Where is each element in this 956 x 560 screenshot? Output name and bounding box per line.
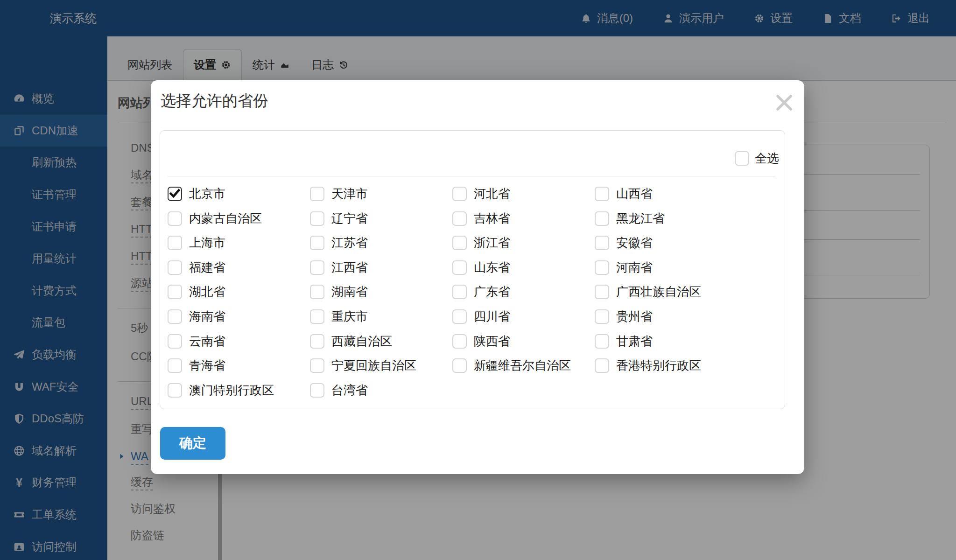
province-option[interactable]: 吉林省	[452, 211, 510, 226]
province-option[interactable]: 海南省	[168, 309, 225, 324]
close-icon	[773, 92, 795, 113]
province-label: 山东省	[474, 260, 510, 275]
province-checkbox[interactable]	[452, 260, 467, 275]
province-option[interactable]: 山西省	[595, 187, 653, 201]
province-label: 陕西省	[474, 334, 510, 349]
province-option[interactable]: 云南省	[168, 334, 225, 349]
province-label: 江苏省	[331, 236, 368, 250]
province-option[interactable]: 内蒙古自治区	[168, 211, 262, 226]
province-option[interactable]: 西藏自治区	[310, 334, 392, 349]
province-option[interactable]: 天津市	[310, 187, 368, 201]
screen: 演示系统 消息(0) 演示用户 设置 文档 退出 概览 CDN加速 刷新预热 证…	[0, 0, 956, 560]
province-checkbox[interactable]	[452, 211, 467, 226]
province-label: 浙江省	[474, 236, 510, 250]
province-checkbox[interactable]	[168, 383, 182, 398]
province-checkbox[interactable]	[168, 260, 182, 275]
province-option[interactable]: 安徽省	[595, 236, 653, 250]
province-option[interactable]: 福建省	[168, 260, 225, 275]
province-checkbox[interactable]	[310, 285, 324, 299]
province-checkbox[interactable]	[595, 236, 609, 250]
province-label: 青海省	[189, 358, 225, 373]
province-label: 黑龙江省	[616, 211, 665, 226]
panel-divider	[168, 176, 775, 176]
province-label: 湖北省	[189, 285, 225, 299]
province-checkbox[interactable]	[310, 187, 324, 201]
province-checkbox[interactable]	[310, 334, 324, 349]
province-checkbox[interactable]	[595, 211, 609, 226]
province-checkbox[interactable]	[168, 309, 182, 324]
province-checkbox[interactable]	[452, 334, 467, 349]
close-button[interactable]	[773, 92, 795, 113]
province-option[interactable]: 江西省	[310, 260, 368, 275]
province-checkbox[interactable]	[595, 358, 609, 373]
province-option[interactable]: 浙江省	[452, 236, 510, 250]
province-option[interactable]: 广西壮族自治区	[595, 285, 701, 299]
confirm-button[interactable]: 确定	[160, 427, 225, 460]
province-option[interactable]: 江苏省	[310, 236, 368, 250]
province-label: 广东省	[474, 285, 510, 299]
province-option[interactable]: 宁夏回族自治区	[310, 358, 416, 373]
province-checkbox[interactable]	[595, 309, 609, 324]
province-checkbox[interactable]	[452, 285, 467, 299]
province-option[interactable]: 四川省	[452, 309, 510, 324]
province-label: 重庆市	[331, 309, 368, 324]
province-checkbox[interactable]	[310, 211, 324, 226]
province-option[interactable]: 湖南省	[310, 285, 368, 299]
province-label: 甘肃省	[616, 334, 653, 349]
province-checkbox[interactable]	[452, 309, 467, 324]
province-label: 江西省	[331, 260, 368, 275]
province-grid: 北京市 天津市 河北省 山西省 内蒙古自治区 辽宁省 吉林省 黑	[168, 187, 777, 404]
province-checkbox[interactable]	[168, 334, 182, 349]
province-label: 河北省	[474, 187, 510, 201]
province-checkbox[interactable]	[595, 334, 609, 349]
province-option[interactable]: 贵州省	[595, 309, 653, 324]
province-checkbox[interactable]	[310, 260, 324, 275]
province-checkbox[interactable]	[595, 285, 609, 299]
province-checkbox[interactable]	[310, 236, 324, 250]
province-option[interactable]: 甘肃省	[595, 334, 653, 349]
province-checkbox[interactable]	[310, 309, 324, 324]
province-label: 宁夏回族自治区	[331, 358, 416, 373]
province-option[interactable]: 山东省	[452, 260, 510, 275]
province-option[interactable]: 青海省	[168, 358, 225, 373]
province-option[interactable]: 陕西省	[452, 334, 510, 349]
province-label: 北京市	[189, 187, 225, 201]
select-all-label: 全选	[755, 150, 779, 167]
province-checkbox[interactable]	[595, 260, 609, 275]
province-option[interactable]: 河南省	[595, 260, 653, 275]
province-label: 吉林省	[474, 211, 510, 226]
province-option[interactable]: 台湾省	[310, 383, 368, 398]
province-option[interactable]: 广东省	[452, 285, 510, 299]
province-checkbox[interactable]	[452, 236, 467, 250]
select-all[interactable]: 全选	[735, 150, 779, 167]
province-option[interactable]: 上海市	[168, 236, 225, 250]
province-label: 西藏自治区	[331, 334, 392, 349]
province-label: 香港特别行政区	[616, 358, 701, 373]
province-label: 湖南省	[331, 285, 368, 299]
province-option[interactable]: 新疆维吾尔自治区	[452, 358, 571, 373]
province-checkbox[interactable]	[168, 358, 182, 373]
province-checkbox[interactable]	[452, 187, 467, 201]
province-option[interactable]: 重庆市	[310, 309, 368, 324]
province-option[interactable]: 香港特别行政区	[595, 358, 701, 373]
province-checkbox[interactable]	[168, 285, 182, 299]
province-checkbox[interactable]	[310, 383, 324, 398]
province-option[interactable]: 河北省	[452, 187, 510, 201]
province-option[interactable]: 辽宁省	[310, 211, 368, 226]
province-checkbox[interactable]	[168, 187, 182, 201]
province-checkbox[interactable]	[310, 358, 324, 373]
province-checkbox[interactable]	[168, 236, 182, 250]
province-option[interactable]: 北京市	[168, 187, 225, 201]
province-label: 台湾省	[331, 383, 368, 398]
province-option[interactable]: 湖北省	[168, 285, 225, 299]
province-checkbox[interactable]	[452, 358, 467, 373]
province-option[interactable]: 澳门特别行政区	[168, 383, 274, 398]
province-label: 辽宁省	[331, 211, 368, 226]
province-label: 澳门特别行政区	[189, 383, 274, 398]
select-all-checkbox[interactable]	[735, 151, 749, 166]
province-label: 福建省	[189, 260, 225, 275]
province-checkbox[interactable]	[168, 211, 182, 226]
province-option[interactable]: 黑龙江省	[595, 211, 665, 226]
province-dialog: 选择允许的省份 全选 北京市 天津市 河北省 山	[151, 80, 804, 474]
province-checkbox[interactable]	[595, 187, 609, 201]
